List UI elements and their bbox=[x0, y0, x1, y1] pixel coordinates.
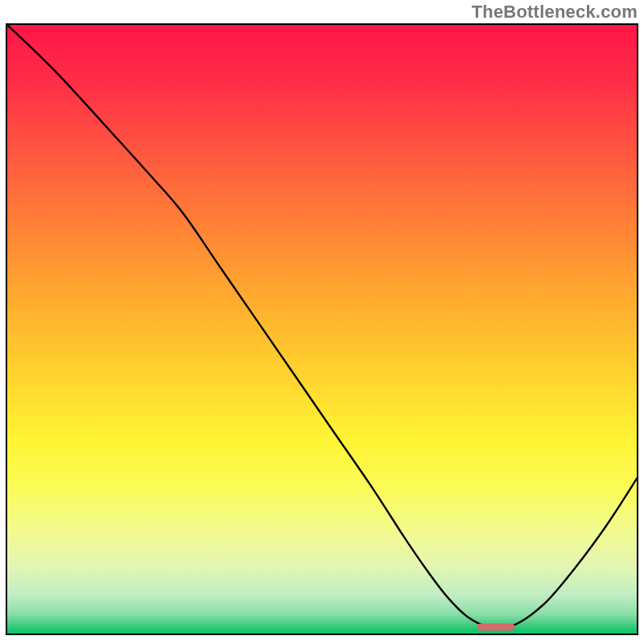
optimal-range-marker bbox=[477, 624, 515, 631]
plot-area bbox=[6, 23, 638, 635]
chart-container: TheBottleneck.com bbox=[0, 0, 644, 644]
bottleneck-gradient-bg bbox=[6, 23, 638, 635]
watermark-text: TheBottleneck.com bbox=[472, 2, 638, 23]
